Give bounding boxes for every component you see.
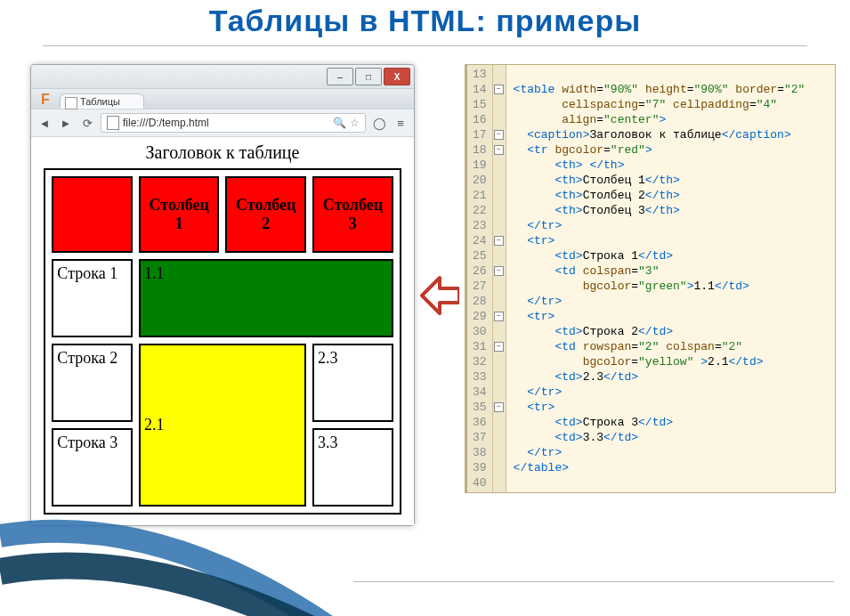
line-number: 39 [473, 460, 487, 475]
url-text: file:///D:/temp.html [123, 117, 209, 129]
tab-bar: F Таблицы [31, 89, 414, 109]
example-table: Столбец 1 Столбец 2 Столбец 3 Строка 1 1… [44, 168, 401, 515]
line-number: 22 [473, 203, 487, 218]
header-col1: Столбец 1 [139, 176, 220, 253]
code-line: align="center"> [514, 112, 805, 127]
code-line: </table> [514, 460, 805, 475]
code-body: <table width="90%" height="90%" border="… [506, 65, 813, 492]
code-line: bgcolor="yellow" >2.1</td> [514, 354, 805, 369]
row3-label: Строка 3 [52, 428, 133, 507]
opera-icon[interactable]: ◯ [371, 115, 387, 131]
line-number: 26 [473, 263, 487, 279]
code-line: cellspacing="7" cellpadding="4" [514, 97, 805, 112]
header-row: Столбец 1 Столбец 2 Столбец 3 [52, 176, 393, 253]
back-icon[interactable]: ◄ [36, 115, 53, 131]
code-line: </tr> [514, 294, 805, 309]
fold-toggle[interactable]: – [494, 236, 504, 246]
line-number: 37 [473, 430, 487, 445]
header-empty [52, 176, 133, 253]
browser-tab[interactable]: Таблицы [60, 93, 144, 109]
line-number: 35 [473, 400, 487, 415]
line-number: 33 [473, 369, 487, 385]
line-number: 17 [473, 127, 487, 142]
row-2: Строка 2 2.1 2.3 [52, 344, 393, 422]
line-number: 40 [473, 475, 487, 490]
address-input[interactable]: file:///D:/temp.html 🔍 ☆ [101, 113, 366, 133]
fold-toggle[interactable]: – [494, 145, 504, 155]
code-line: <tr> [514, 400, 805, 415]
code-line [514, 67, 805, 82]
code-line [514, 475, 805, 490]
line-number: 13 [473, 67, 487, 82]
star-icon[interactable]: ☆ [350, 117, 360, 129]
line-number: 16 [473, 112, 487, 127]
code-line: <td>Строка 1</td> [514, 248, 805, 263]
line-number: 23 [473, 218, 487, 233]
fold-toggle[interactable]: – [494, 130, 504, 140]
code-line: </tr> [514, 385, 805, 400]
code-line: bgcolor="green">1.1</td> [514, 279, 805, 294]
row2-label: Строка 2 [52, 344, 133, 422]
search-icon[interactable]: 🔍 [333, 117, 346, 129]
line-number: 28 [473, 294, 487, 309]
header-col3: Столбец 3 [312, 176, 393, 253]
slide-title: Таблицы в HTML: примеры [0, 4, 850, 38]
code-line: <th>Столбец 3</th> [514, 203, 805, 218]
code-line: <table width="90%" height="90%" border="… [514, 82, 805, 97]
code-line: </tr> [514, 218, 805, 233]
fold-toggle[interactable]: – [494, 342, 504, 352]
code-line: <th>Столбец 2</th> [514, 188, 805, 203]
code-line: <th> </th> [514, 158, 805, 173]
window-close-button[interactable]: X [384, 68, 410, 85]
cell-3-3: 3.3 [312, 428, 393, 507]
line-number: 15 [473, 97, 487, 112]
code-line: <td>Строка 2</td> [514, 324, 805, 339]
tab-label: Таблицы [80, 96, 120, 107]
cell-2-1: 2.1 [139, 344, 306, 507]
fold-toggle[interactable]: – [494, 312, 504, 321]
arrow-left-icon [420, 274, 459, 317]
header-col2: Столбец 2 [225, 176, 306, 253]
line-number: 31 [473, 339, 487, 354]
cell-1-1: 1.1 [139, 259, 393, 337]
line-number: 20 [473, 173, 487, 188]
line-number: 21 [473, 188, 487, 203]
code-line: <td rowspan="2" colspan="2" [514, 339, 805, 354]
line-number: 32 [473, 354, 487, 369]
line-number: 38 [473, 445, 487, 460]
fold-toggle[interactable]: – [494, 402, 504, 412]
line-number-gutter: 1314151617181920212223242526272829303132… [467, 65, 493, 492]
line-number: 25 [473, 248, 487, 263]
decorative-swoosh [0, 500, 338, 616]
browser-logo-icon: F [36, 91, 54, 109]
code-line: <td colspan="3" [514, 263, 805, 279]
line-number: 24 [473, 233, 487, 248]
code-line: <td>2.3</td> [514, 369, 805, 385]
table-caption: Заголовок к таблице [36, 142, 409, 163]
window-titlebar: – □ X [31, 65, 414, 89]
window-minimize-button[interactable]: – [327, 68, 353, 85]
code-line: <tr> [514, 309, 805, 324]
code-line: <td>Строка 3</td> [514, 415, 805, 430]
line-number: 18 [473, 142, 487, 158]
page-icon [107, 116, 119, 130]
code-line: <th>Столбец 1</th> [514, 173, 805, 188]
line-number: 30 [473, 324, 487, 339]
line-number: 36 [473, 415, 487, 430]
code-editor: 1314151617181920212223242526272829303132… [465, 64, 836, 493]
fold-gutter: –––––––– [493, 65, 506, 492]
rendered-page: Заголовок к таблице Столбец 1 Столбец 2 … [31, 137, 414, 525]
reload-icon[interactable]: ⟳ [79, 115, 95, 131]
fold-toggle[interactable]: – [494, 85, 504, 94]
window-maximize-button[interactable]: □ [355, 68, 382, 85]
code-line: <tr bgcolor="red"> [514, 142, 805, 158]
menu-icon[interactable]: ≡ [393, 115, 409, 131]
fold-toggle[interactable]: – [494, 266, 504, 276]
forward-icon[interactable]: ► [58, 115, 74, 131]
code-line: </tr> [514, 445, 805, 460]
line-number: 19 [473, 158, 487, 173]
code-line: <td>3.3</td> [514, 430, 805, 445]
row1-label: Строка 1 [52, 259, 133, 337]
code-line: <caption>Заголовок к таблице</caption> [514, 127, 805, 142]
line-number: 14 [473, 82, 487, 97]
